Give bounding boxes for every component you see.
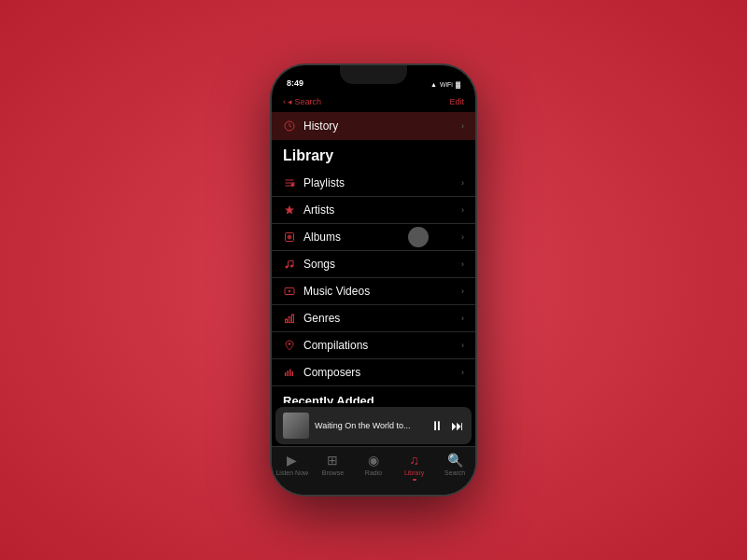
radio-label: Radio [365,469,382,476]
artists-chevron: › [461,205,464,215]
svg-rect-14 [289,317,290,323]
phone-screen: 8:49 ▲ WiFi ▓ ‹ ◂ Search Edit [272,65,475,495]
artists-row[interactable]: Artists › [272,197,475,224]
music-videos-label: Music Videos [303,285,370,298]
compilations-label: Compilations [303,339,368,352]
content-area: History › Library [272,112,475,403]
songs-row[interactable]: Songs › [272,251,475,278]
genres-row[interactable]: Genres › [272,305,475,332]
svg-rect-17 [285,372,287,376]
recently-added-header: Recently Added [272,386,475,403]
genres-chevron: › [461,314,464,323]
music-videos-chevron: › [461,287,464,296]
tab-browse[interactable]: ⊞ Browse [313,453,354,476]
svg-point-16 [289,343,291,345]
compilations-icon [283,339,296,352]
svg-point-10 [290,265,293,268]
search-tab-label: Search [444,469,465,476]
songs-icon [283,258,296,271]
back-button[interactable]: ‹ ◂ Search [283,97,321,106]
next-button[interactable]: ⏭ [451,418,464,433]
albums-row[interactable]: Albums › [272,224,475,251]
mini-album-art [283,413,309,439]
playlists-row[interactable]: Playlists › [272,170,475,197]
albums-icon [283,231,296,244]
svg-rect-15 [292,315,294,323]
playlists-label: Playlists [303,176,345,189]
composers-chevron: › [461,368,464,377]
library-header: Library [272,140,475,170]
phone-shell: 8:49 ▲ WiFi ▓ ‹ ◂ Search Edit [272,65,475,495]
history-label: History [303,119,338,133]
songs-label: Songs [303,258,335,271]
composers-left: Composers [283,366,360,379]
edit-button[interactable]: Edit [449,97,464,106]
nav-bar: ‹ ◂ Search Edit [272,91,475,112]
signal-icon: ▲ [430,81,437,88]
history-chevron-icon: › [461,121,464,131]
browse-icon: ⊞ [327,453,338,468]
composers-label: Composers [303,366,360,379]
compilations-left: Compilations [283,339,368,352]
mini-player-title: Waiting On the World to... [315,421,425,430]
radio-icon: ◉ [368,453,379,468]
compilations-chevron: › [461,341,464,350]
albums-label: Albums [303,231,341,244]
svg-rect-20 [292,371,294,376]
albums-left: Albums [283,231,341,244]
music-videos-left: Music Videos [283,285,370,298]
svg-rect-19 [289,370,291,377]
tab-library[interactable]: ♫ Library [394,453,435,481]
history-row[interactable]: History › [272,112,475,140]
notch [340,65,407,84]
history-row-left: History [283,119,338,133]
pause-button[interactable]: ⏸ [430,418,444,433]
search-tab-icon: 🔍 [447,453,463,468]
artists-icon [283,203,296,217]
artists-label: Artists [303,203,334,217]
playlists-chevron: › [461,178,464,188]
library-tab-indicator [413,479,416,481]
library-tab-label: Library [404,469,424,476]
wifi-icon: WiFi [440,81,453,88]
playlists-icon [283,176,296,189]
genres-label: Genres [303,312,340,325]
music-videos-row[interactable]: Music Videos › [272,278,475,305]
drag-circle [408,227,429,247]
svg-point-9 [286,266,289,269]
genres-left: Genres [283,312,340,325]
albums-chevron: › [461,232,464,242]
svg-point-8 [289,236,290,238]
tab-search[interactable]: 🔍 Search [434,453,475,476]
composers-icon [283,366,296,379]
listen-now-icon: ▶ [287,453,297,468]
tab-bar: ▶ Listen Now ⊞ Browse ◉ Radio ♫ Library … [272,446,475,495]
back-label: ◂ Search [288,97,321,106]
status-time: 8:49 [287,78,303,88]
songs-left: Songs [283,258,335,271]
mini-player-controls: ⏸ ⏭ [430,418,464,433]
genres-icon [283,312,296,325]
songs-chevron: › [461,259,464,269]
mini-player[interactable]: Waiting On the World to... ⏸ ⏭ [275,407,472,444]
library-tab-icon: ♫ [409,453,419,468]
library-list: Playlists › Artists › [272,170,475,386]
compilations-row[interactable]: Compilations › [272,332,475,359]
artists-left: Artists [283,203,334,217]
back-chevron-icon: ‹ [283,97,286,106]
battery-icon: ▓ [456,81,460,88]
tab-radio[interactable]: ◉ Radio [353,453,394,476]
history-icon [283,119,296,133]
tab-listen-now[interactable]: ▶ Listen Now [272,453,313,476]
svg-point-4 [291,184,294,187]
svg-rect-13 [286,319,288,323]
status-icons: ▲ WiFi ▓ [430,81,460,88]
listen-now-label: Listen Now [275,469,308,476]
music-videos-icon [283,285,296,298]
browse-label: Browse [322,469,344,476]
svg-marker-12 [289,290,291,293]
svg-rect-18 [288,371,289,376]
composers-row[interactable]: Composers › [272,359,475,386]
playlists-left: Playlists [283,176,345,189]
